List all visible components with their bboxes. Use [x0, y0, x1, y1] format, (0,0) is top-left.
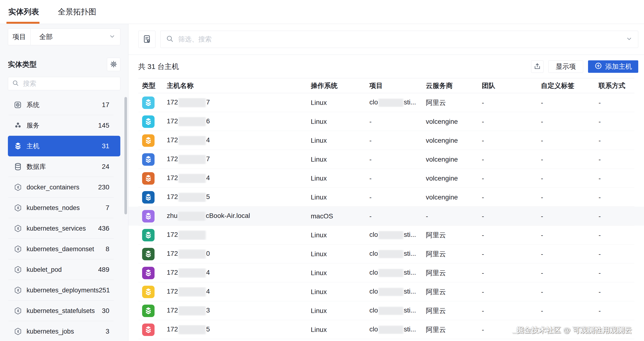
- filter-search-input[interactable]: [178, 35, 622, 43]
- os-cell: macOS: [311, 212, 369, 220]
- sidebar-item-kubernetes_nodes[interactable]: kubernetes_nodes 7: [8, 198, 120, 218]
- host-type-cell: [142, 191, 167, 204]
- sidebar-item-服务[interactable]: 服务 145: [8, 115, 120, 136]
- filter-search-box: [160, 31, 638, 48]
- redaction-blur: [178, 155, 206, 164]
- host-table-row[interactable]: 1724 Linux - volcengine - - -: [128, 169, 644, 188]
- sidebar-item-kubernetes_statefulsets[interactable]: kubernetes_statefulsets 30: [8, 300, 120, 321]
- host-name-cell[interactable]: 1727: [167, 98, 311, 108]
- entity-type-label: docker_containers: [26, 184, 80, 191]
- os-cell: Linux: [311, 175, 369, 182]
- redaction-blur: [378, 269, 403, 277]
- cube-icon: [14, 224, 22, 233]
- tab-topology-label: 全景拓扑图: [58, 7, 96, 17]
- host-name-cell[interactable]: 1727: [167, 155, 311, 164]
- add-host-button[interactable]: 添加主机: [588, 60, 638, 73]
- cube-icon: [14, 183, 22, 192]
- entity-type-label: kubernetes_services: [26, 225, 86, 232]
- custom-tags-cell: -: [541, 99, 598, 107]
- saved-filters-button[interactable]: [138, 31, 156, 48]
- entity-type-count: 489: [98, 266, 109, 273]
- entity-type-search-input[interactable]: [22, 80, 116, 88]
- sidebar-item-kubernetes_jobs[interactable]: kubernetes_jobs 3: [8, 321, 120, 341]
- search-icon: [166, 35, 174, 44]
- entity-type-count: 436: [98, 225, 109, 232]
- host-type-cell: [142, 153, 167, 166]
- project-select[interactable]: 项目 全部: [8, 29, 120, 45]
- host-table-row[interactable]: 1724 Linux closti... 阿里云 - - -: [128, 263, 644, 282]
- host-table-row[interactable]: 1720 Linux closti... 阿里云 - - -: [128, 244, 644, 263]
- os-cell: Linux: [311, 250, 369, 258]
- entity-type-count: 31: [102, 142, 109, 150]
- contact-cell: -: [598, 156, 634, 163]
- host-type-icon: [142, 248, 154, 260]
- entity-type-settings-button[interactable]: [107, 58, 120, 71]
- custom-tags-cell: -: [541, 193, 598, 201]
- custom-tags-cell: -: [541, 250, 598, 258]
- host-table-row[interactable]: 1725 Linux - volcengine - - -: [128, 188, 644, 207]
- sidebar-item-kubelet_pod[interactable]: kubelet_pod 489: [8, 259, 120, 280]
- host-name-cell[interactable]: 1725: [167, 325, 311, 334]
- entity-type-label: kubernetes_statefulsets: [26, 307, 95, 315]
- contact-cell: -: [598, 212, 634, 220]
- host-type-icon: [142, 97, 154, 109]
- database-icon: [14, 162, 22, 171]
- host-type-cell: [142, 305, 167, 317]
- chevron-down-icon[interactable]: [626, 35, 633, 43]
- redaction-blur: [178, 230, 206, 240]
- host-table-row[interactable]: 172 Linux closti... 阿里云 - - -: [128, 226, 644, 244]
- sidebar-item-docker_containers[interactable]: docker_containers 230: [8, 177, 120, 198]
- team-cell: -: [482, 231, 541, 239]
- sidebar-item-系统[interactable]: 系统 17: [8, 95, 120, 115]
- redaction-blur: [378, 306, 403, 315]
- redaction-blur: [178, 268, 206, 278]
- sidebar-item-kubernetes_deployments[interactable]: kubernetes_deployments 251: [8, 280, 120, 300]
- column-header: 项目: [369, 81, 426, 90]
- custom-tags-cell: -: [541, 269, 598, 277]
- entity-type-count: 251: [99, 286, 110, 294]
- tab-entity-list[interactable]: 实体列表: [8, 0, 39, 24]
- os-cell: Linux: [311, 137, 369, 144]
- column-header: 云服务商: [426, 81, 482, 90]
- contact-cell: -: [598, 250, 634, 258]
- host-type-icon: [142, 323, 154, 336]
- project-select-value: 全部: [39, 32, 53, 42]
- host-table-row[interactable]: 1723 Linux closti... 阿里云 - - -: [128, 301, 644, 320]
- plus-circle-icon: [594, 62, 602, 72]
- host-table-row[interactable]: 1724 Linux - volcengine - - -: [128, 131, 644, 150]
- sidebar-item-kubernetes_daemonset[interactable]: kubernetes_daemonset 8: [8, 239, 120, 259]
- host-type-cell: [142, 248, 167, 260]
- host-type-icon: [142, 267, 154, 279]
- host-name-cell[interactable]: 172: [167, 230, 311, 240]
- host-table-row[interactable]: 1727 Linux - volcengine - - -: [128, 150, 644, 169]
- entity-type-label: kubernetes_nodes: [26, 204, 80, 212]
- entity-type-label: kubelet_pod: [26, 266, 62, 273]
- custom-tags-cell: -: [541, 307, 598, 315]
- host-name-cell[interactable]: 1725: [167, 193, 311, 202]
- contact-cell: -: [598, 99, 634, 107]
- cloud-provider-cell: -: [426, 212, 482, 220]
- export-button[interactable]: [531, 60, 544, 73]
- host-name-cell[interactable]: 1724: [167, 174, 311, 183]
- os-cell: Linux: [311, 156, 369, 163]
- host-name-cell[interactable]: 1724: [167, 268, 311, 278]
- sidebar-scrollbar[interactable]: [124, 97, 127, 214]
- host-name-cell[interactable]: 1724: [167, 136, 311, 145]
- entity-type-label: 主机: [26, 142, 40, 150]
- sidebar-item-数据库[interactable]: 数据库 24: [8, 156, 120, 177]
- sidebar-item-kubernetes_services[interactable]: kubernetes_services 436: [8, 218, 120, 239]
- host-table-row[interactable]: 1724 Linux closti... 阿里云 - - -: [128, 282, 644, 301]
- entity-type-title: 实体类型: [8, 60, 36, 70]
- host-name-cell[interactable]: 1723: [167, 306, 311, 316]
- host-name-cell[interactable]: 1720: [167, 249, 311, 259]
- tab-topology[interactable]: 全景拓扑图: [58, 0, 96, 24]
- host-name-cell[interactable]: 1726: [167, 117, 311, 126]
- host-table-row[interactable]: 1726 Linux - volcengine - - -: [128, 112, 644, 131]
- host-name-cell[interactable]: 1724: [167, 287, 311, 297]
- host-table-row[interactable]: zhucBook-Air.local macOS - - - - -: [128, 207, 644, 226]
- custom-tags-cell: -: [541, 212, 598, 220]
- sidebar-item-主机[interactable]: 主机 31: [8, 136, 120, 156]
- host-table-row[interactable]: 1727 Linux closti... 阿里云 - - -: [128, 93, 644, 112]
- host-name-cell[interactable]: zhucBook-Air.local: [167, 211, 311, 221]
- display-options-button[interactable]: 显示项: [548, 60, 583, 73]
